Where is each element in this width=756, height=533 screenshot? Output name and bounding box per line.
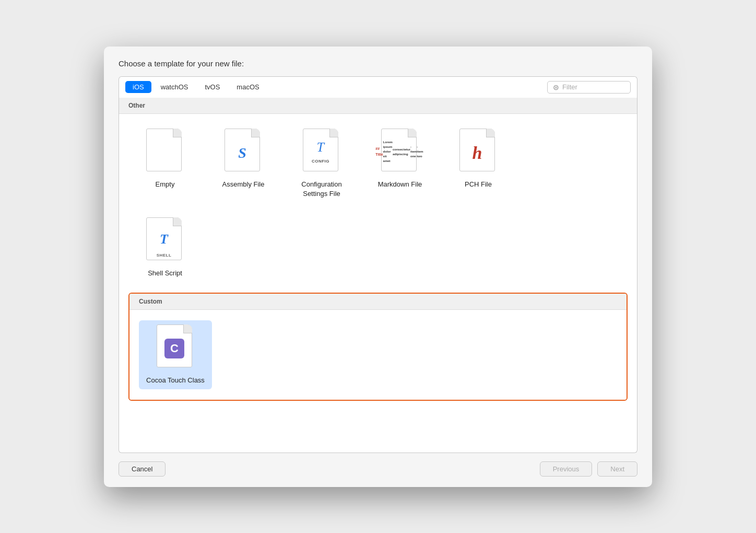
next-button[interactable]: Next (597, 461, 637, 477)
footer-right: Previous Next (540, 461, 637, 477)
item-pch[interactable]: h PCH File (442, 124, 515, 203)
custom-items-grid: C Cocoa Touch Class (129, 310, 627, 400)
assembly-letter: S (228, 138, 256, 168)
dialog-footer: Cancel Previous Next (119, 461, 637, 477)
empty-icon (146, 129, 184, 175)
previous-button[interactable]: Previous (540, 461, 593, 477)
cancel-button[interactable]: Cancel (119, 461, 166, 477)
assembly-icon: S (225, 129, 262, 175)
markdown-icon: ## Title Lorem ipsum dolor sit amet cons… (381, 129, 419, 175)
item-cocoa-label: Cocoa Touch Class (146, 376, 205, 385)
markdown-content: ## Title Lorem ipsum dolor sit amet cons… (386, 136, 413, 168)
custom-section-header: Custom (129, 294, 627, 310)
item-assembly-label: Assembly File (222, 180, 265, 189)
filter-placeholder: Filter (562, 83, 577, 91)
item-empty-label: Empty (156, 180, 175, 189)
shell-label: SHELL (147, 253, 181, 258)
config-text: T CONFIG (306, 135, 335, 168)
pch-letter: h (463, 138, 491, 168)
item-markdown-label: Markdown File (378, 180, 422, 189)
item-config-label: Configuration Settings File (289, 180, 354, 199)
shell-icon: T SHELL (146, 217, 184, 263)
pch-icon: h (459, 129, 497, 175)
dialog: Choose a template for your new file: iOS… (104, 47, 652, 487)
dialog-title: Choose a template for your new file: (119, 59, 637, 68)
item-cocoa-touch[interactable]: C Cocoa Touch Class (139, 320, 212, 389)
filter-box[interactable]: ⊜ Filter (547, 81, 631, 94)
item-markdown[interactable]: ## Title Lorem ipsum dolor sit amet cons… (363, 124, 436, 203)
tab-bar: iOS watchOS tvOS macOS ⊜ Filter (119, 76, 637, 98)
shell-letter: T (147, 222, 181, 257)
content-area: Other Empty S Assembly File (119, 98, 637, 453)
tab-ios[interactable]: iOS (125, 81, 151, 93)
item-pch-label: PCH File (465, 180, 492, 189)
item-config[interactable]: T CONFIG Configuration Settings File (285, 124, 358, 203)
other-items-grid: Empty S Assembly File T CONFIG (119, 114, 637, 293)
tab-tvos[interactable]: tvOS (197, 81, 227, 93)
config-icon: T CONFIG (303, 129, 340, 175)
cocoa-letter: C (160, 333, 188, 364)
tab-macos[interactable]: macOS (229, 81, 266, 93)
other-section-header: Other (119, 98, 637, 114)
item-shell-label: Shell Script (148, 269, 182, 278)
item-empty[interactable]: Empty (128, 124, 202, 203)
tab-watchos[interactable]: watchOS (153, 81, 196, 93)
item-assembly[interactable]: S Assembly File (207, 124, 280, 203)
item-shell[interactable]: T SHELL Shell Script (128, 213, 202, 282)
filter-icon: ⊜ (553, 83, 559, 91)
custom-section: Custom C Cocoa Touch Class (128, 293, 628, 401)
cocoa-icon: C (157, 325, 194, 370)
